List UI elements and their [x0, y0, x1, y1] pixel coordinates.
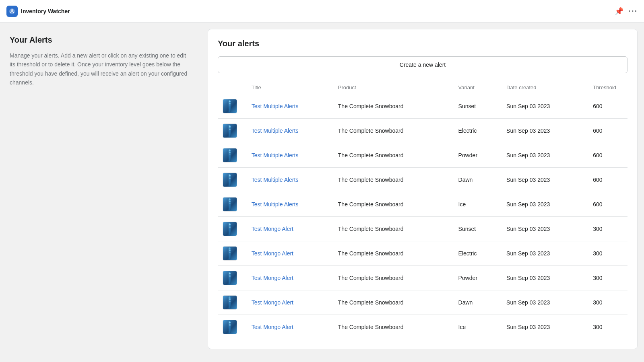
- col-header-variant: Variant: [454, 81, 502, 94]
- svg-rect-35: [229, 298, 231, 298]
- svg-rect-32: [229, 275, 231, 276]
- svg-rect-40: [229, 324, 231, 325]
- svg-rect-15: [229, 175, 231, 176]
- alert-threshold-cell: 600: [588, 143, 627, 168]
- product-thumbnail: [223, 173, 237, 187]
- svg-rect-12: [229, 152, 231, 153]
- svg-rect-28: [229, 250, 231, 251]
- svg-rect-23: [229, 224, 231, 225]
- alert-title-link[interactable]: Test Multiple Alerts: [252, 177, 299, 183]
- table-header: Title Product Variant Date created Thres…: [218, 81, 627, 94]
- alert-title-link[interactable]: Test Mongo Alert: [252, 299, 293, 306]
- alert-title-link[interactable]: Test Multiple Alerts: [252, 103, 299, 109]
- svg-rect-21: [229, 203, 231, 204]
- alert-product-cell: The Complete Snowboard: [333, 290, 454, 315]
- alert-title-cell: Test Mongo Alert: [247, 290, 333, 315]
- svg-rect-8: [229, 128, 231, 128]
- alert-date-cell: Sun Sep 03 2023: [502, 168, 588, 192]
- product-thumbnail-cell: [218, 94, 247, 119]
- alert-threshold-cell: 600: [588, 94, 627, 119]
- alerts-table: Title Product Variant Date created Thres…: [218, 81, 627, 339]
- svg-rect-24: [229, 226, 231, 226]
- svg-rect-39: [229, 322, 231, 323]
- svg-point-1: [11, 9, 13, 11]
- alert-product-cell: The Complete Snowboard: [333, 266, 454, 290]
- product-thumbnail: [223, 148, 237, 162]
- alert-title-cell: Test Mongo Alert: [247, 241, 333, 266]
- col-header-product: Product: [333, 81, 454, 94]
- svg-rect-41: [229, 325, 231, 326]
- alert-variant-cell: Dawn: [454, 168, 502, 192]
- alert-product-cell: The Complete Snowboard: [333, 192, 454, 217]
- product-thumbnail-cell: [218, 143, 247, 168]
- alert-title-link[interactable]: Test Mongo Alert: [252, 250, 293, 257]
- alert-title-link[interactable]: Test Multiple Alerts: [252, 201, 299, 208]
- alert-title-link[interactable]: Test Multiple Alerts: [252, 152, 299, 158]
- table-row: Test Multiple AlertsThe Complete Snowboa…: [218, 119, 627, 143]
- table-row: Test Multiple AlertsThe Complete Snowboa…: [218, 94, 627, 119]
- alert-product-cell: The Complete Snowboard: [333, 143, 454, 168]
- content-area: Your alerts Create a new alert Title Pro…: [201, 23, 644, 362]
- product-thumbnail-cell: [218, 315, 247, 339]
- product-thumbnail: [223, 197, 237, 212]
- alert-variant-cell: Ice: [454, 192, 502, 217]
- alert-threshold-cell: 300: [588, 266, 627, 290]
- product-thumbnail-cell: [218, 266, 247, 290]
- product-thumbnail: [223, 99, 237, 113]
- svg-rect-16: [229, 177, 231, 177]
- alert-date-cell: Sun Sep 03 2023: [502, 290, 588, 315]
- alert-variant-cell: Sunset: [454, 217, 502, 241]
- alert-title-cell: Test Multiple Alerts: [247, 119, 333, 143]
- create-alert-button[interactable]: Create a new alert: [218, 56, 627, 73]
- alert-title-link[interactable]: Test Mongo Alert: [252, 226, 293, 232]
- table-row: Test Multiple AlertsThe Complete Snowboa…: [218, 143, 627, 168]
- alerts-card: Your alerts Create a new alert Title Pro…: [208, 29, 638, 349]
- table-row: Test Mongo AlertThe Complete SnowboardDa…: [218, 290, 627, 315]
- svg-rect-29: [229, 252, 231, 253]
- alert-threshold-cell: 300: [588, 290, 627, 315]
- product-thumbnail-cell: [218, 192, 247, 217]
- alert-date-cell: Sun Sep 03 2023: [502, 143, 588, 168]
- col-header-threshold: Threshold: [588, 81, 627, 94]
- alert-date-cell: Sun Sep 03 2023: [502, 119, 588, 143]
- alert-variant-cell: Dawn: [454, 290, 502, 315]
- alert-title-cell: Test Multiple Alerts: [247, 192, 333, 217]
- alert-date-cell: Sun Sep 03 2023: [502, 192, 588, 217]
- svg-rect-20: [229, 201, 231, 202]
- alert-product-cell: The Complete Snowboard: [333, 119, 454, 143]
- svg-rect-27: [229, 249, 231, 249]
- more-menu-icon[interactable]: ···: [628, 6, 638, 16]
- svg-rect-33: [229, 276, 231, 277]
- pin-icon[interactable]: 📌: [615, 7, 623, 16]
- table-row: Test Mongo AlertThe Complete SnowboardEl…: [218, 241, 627, 266]
- svg-rect-19: [229, 200, 231, 200]
- alert-title-link[interactable]: Test Mongo Alert: [252, 324, 293, 330]
- svg-rect-11: [229, 150, 231, 151]
- card-title: Your alerts: [218, 39, 627, 48]
- alert-product-cell: The Complete Snowboard: [333, 217, 454, 241]
- topbar: Inventory Watcher 📌 ···: [0, 0, 644, 23]
- product-thumbnail-cell: [218, 241, 247, 266]
- app-icon: [6, 6, 18, 17]
- alert-title-link[interactable]: Test Mongo Alert: [252, 275, 293, 281]
- alert-title-link[interactable]: Test Multiple Alerts: [252, 128, 299, 134]
- svg-rect-4: [229, 103, 231, 104]
- alert-threshold-cell: 600: [588, 119, 627, 143]
- alert-date-cell: Sun Sep 03 2023: [502, 217, 588, 241]
- svg-rect-7: [229, 126, 231, 127]
- product-thumbnail: [223, 295, 237, 310]
- main-layout: Your Alerts Manage your alerts. Add a ne…: [0, 23, 644, 362]
- topbar-left: Inventory Watcher: [6, 6, 70, 17]
- alert-threshold-cell: 300: [588, 241, 627, 266]
- product-thumbnail-cell: [218, 119, 247, 143]
- svg-rect-36: [229, 299, 231, 300]
- product-thumbnail: [223, 123, 237, 138]
- alert-threshold-cell: 300: [588, 315, 627, 339]
- alert-variant-cell: Powder: [454, 143, 502, 168]
- topbar-right: 📌 ···: [615, 6, 638, 16]
- col-header-date: Date created: [502, 81, 588, 94]
- product-thumbnail: [223, 246, 237, 261]
- table-row: Test Mongo AlertThe Complete SnowboardSu…: [218, 217, 627, 241]
- col-header-title: Title: [247, 81, 333, 94]
- app-title: Inventory Watcher: [21, 8, 70, 14]
